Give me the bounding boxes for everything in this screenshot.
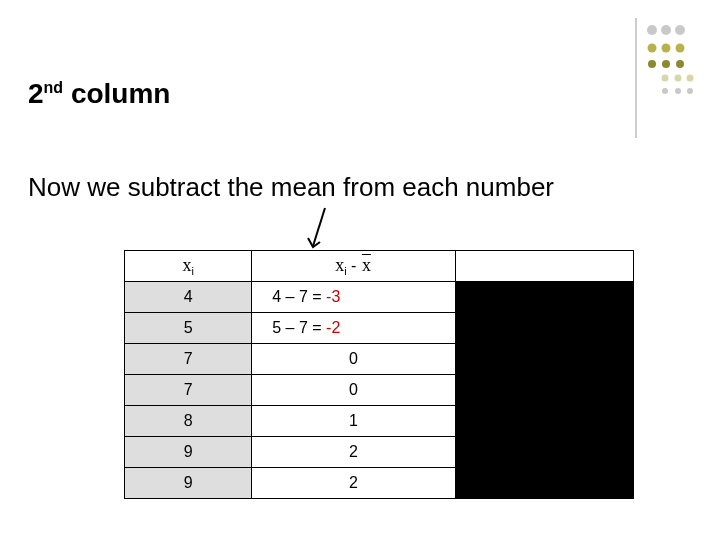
- title-superscript: nd: [44, 79, 64, 96]
- svg-line-16: [313, 208, 325, 246]
- svg-point-10: [662, 75, 669, 82]
- svg-point-4: [648, 44, 657, 53]
- cell-blank: [455, 344, 633, 375]
- cell-xi: 4: [125, 282, 252, 313]
- svg-point-5: [662, 44, 671, 53]
- cell-blank: [455, 406, 633, 437]
- cell-xi: 5: [125, 313, 252, 344]
- svg-point-8: [662, 60, 670, 68]
- svg-point-15: [687, 88, 693, 94]
- svg-point-14: [675, 88, 681, 94]
- equation-lhs: 4 – 7 =: [272, 288, 326, 305]
- table-header-row: xi xi - x: [125, 251, 634, 282]
- svg-point-9: [676, 60, 684, 68]
- equation-result: -3: [326, 288, 340, 305]
- header-c2-x: x: [335, 255, 344, 275]
- cell-blank: [455, 437, 633, 468]
- cell-deviation: 2: [252, 468, 456, 499]
- cell-xi: 8: [125, 406, 252, 437]
- cell-deviation: 1: [252, 406, 456, 437]
- page-subtitle: Now we subtract the mean from each numbe…: [28, 172, 554, 203]
- header-c2-sep: -: [347, 257, 361, 274]
- corner-decoration-icon: [566, 18, 696, 138]
- header-xi-minus-xbar: xi - x: [252, 251, 456, 282]
- header-xi: xi: [125, 251, 252, 282]
- page-title: 2nd column: [28, 78, 170, 110]
- equation-lhs: 5 – 7 =: [272, 319, 326, 336]
- svg-point-7: [648, 60, 656, 68]
- cell-deviation: 2: [252, 437, 456, 468]
- cell-deviation: 4 – 7 = -3: [252, 282, 456, 313]
- svg-point-11: [675, 75, 682, 82]
- svg-point-2: [661, 25, 671, 35]
- svg-point-12: [687, 75, 694, 82]
- header-xi-sub: i: [191, 265, 193, 277]
- table-row: 55 – 7 = -2: [125, 313, 634, 344]
- svg-point-1: [647, 25, 657, 35]
- header-empty: [455, 251, 633, 282]
- svg-point-3: [675, 25, 685, 35]
- cell-blank: [455, 468, 633, 499]
- title-suffix: column: [63, 78, 170, 109]
- svg-point-13: [662, 88, 668, 94]
- cell-blank: [455, 375, 633, 406]
- equation-result: -2: [326, 319, 340, 336]
- table-row: 92: [125, 437, 634, 468]
- table-row: 70: [125, 375, 634, 406]
- cell-xi: 7: [125, 375, 252, 406]
- cell-deviation: 0: [252, 375, 456, 406]
- table-row: 81: [125, 406, 634, 437]
- table-row: 44 – 7 = -3: [125, 282, 634, 313]
- cell-xi: 9: [125, 468, 252, 499]
- pointer-arrow-icon: [305, 206, 335, 251]
- cell-blank: [455, 282, 633, 313]
- data-table: xi xi - x 44 – 7 = -355 – 7 = -270708192…: [124, 250, 634, 499]
- cell-xi: 9: [125, 437, 252, 468]
- title-prefix: 2: [28, 78, 44, 109]
- cell-deviation: 0: [252, 344, 456, 375]
- header-c2-xbar: x: [361, 255, 372, 276]
- table-row: 92: [125, 468, 634, 499]
- table-row: 70: [125, 344, 634, 375]
- svg-point-6: [676, 44, 685, 53]
- cell-deviation: 5 – 7 = -2: [252, 313, 456, 344]
- cell-blank: [455, 313, 633, 344]
- cell-xi: 7: [125, 344, 252, 375]
